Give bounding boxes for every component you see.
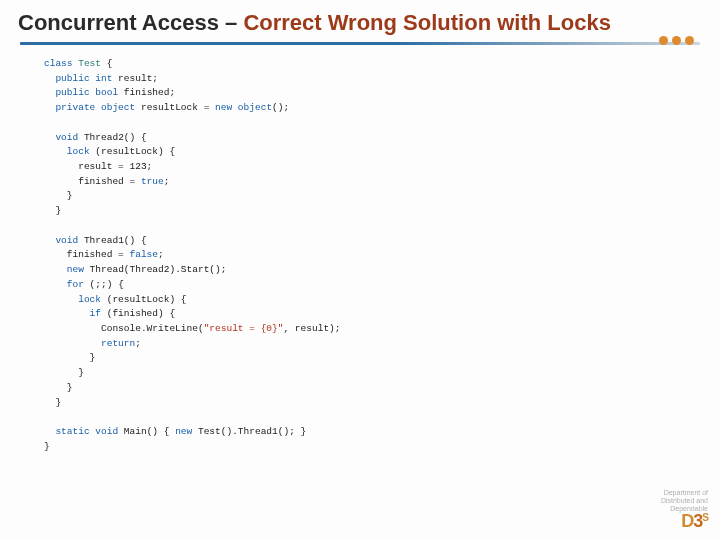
code-text: } [44,397,61,408]
code-keyword: object [95,102,135,113]
title-accent: Correct Wrong Solution with Locks [243,10,611,35]
code-text: Main() { [118,426,175,437]
code-keyword: void [44,132,78,143]
code-blank [44,117,50,128]
code-text: } [44,441,50,452]
code-keyword: bool [90,87,119,98]
dot-icon [672,36,681,45]
footer-logo: Department of Distributed and Dependable… [661,489,708,532]
code-keyword: private [44,102,95,113]
slide-title: Concurrent Access – Correct Wrong Soluti… [18,10,702,36]
code-text: resultLock = [135,102,215,113]
code-text: { [101,58,112,69]
dot-icon [659,36,668,45]
code-text: , result); [283,323,340,334]
code-text: Thread2() { [78,132,146,143]
code-keyword: return [44,338,135,349]
code-keyword: if [44,308,101,319]
code-text: finished = [44,176,141,187]
code-text: (finished) { [101,308,175,319]
code-keyword: public [44,87,90,98]
title-plain: Concurrent Access – [18,10,243,35]
code-blank [44,411,50,422]
code-keyword: new [44,264,84,275]
code-text: Thread(Thread2).Start(); [84,264,227,275]
code-text: Thread1() { [78,235,146,246]
code-text: (); [272,102,289,113]
code-text: ; [164,176,170,187]
d3s-logo-text: D3S [661,512,708,532]
title-bar: Concurrent Access – Correct Wrong Soluti… [0,0,720,40]
code-text: } [44,205,61,216]
code-keyword: int [90,73,113,84]
code-text: ; [158,249,164,260]
footer-line: Distributed and [661,497,708,505]
code-text: result = 123; [44,161,152,172]
dot-icon [685,36,694,45]
code-text: } [44,352,95,363]
code-text: (resultLock) { [101,294,187,305]
footer-line: Department of [661,489,708,497]
code-keyword: lock [44,294,101,305]
code-keyword: false [130,249,159,260]
code-type: Test [73,58,102,69]
code-string: "result = {0}" [204,323,284,334]
code-keyword: public [44,73,90,84]
code-text: (;;) { [84,279,124,290]
code-text: } [44,367,84,378]
code-keyword: class [44,58,73,69]
code-text: finished = [44,249,130,260]
code-block: class Test { public int result; public b… [0,47,720,454]
code-text: } [44,382,73,393]
code-text: finished; [118,87,175,98]
divider [20,42,700,45]
code-keyword: for [44,279,84,290]
code-keyword: object [232,102,272,113]
code-text: Test().Thread1(); } [192,426,306,437]
code-keyword: void [44,235,78,246]
code-text: } [44,190,73,201]
code-text: (resultLock) { [90,146,176,157]
code-keyword: void [90,426,119,437]
code-keyword: lock [44,146,90,157]
decorative-dots [659,36,694,45]
code-blank [44,220,50,231]
code-keyword: static [44,426,90,437]
code-text: Console.WriteLine( [44,323,204,334]
divider-wrap [0,40,720,47]
code-keyword: new [175,426,192,437]
code-keyword: true [141,176,164,187]
code-keyword: new [215,102,232,113]
code-text: result; [112,73,158,84]
code-text: ; [135,338,141,349]
